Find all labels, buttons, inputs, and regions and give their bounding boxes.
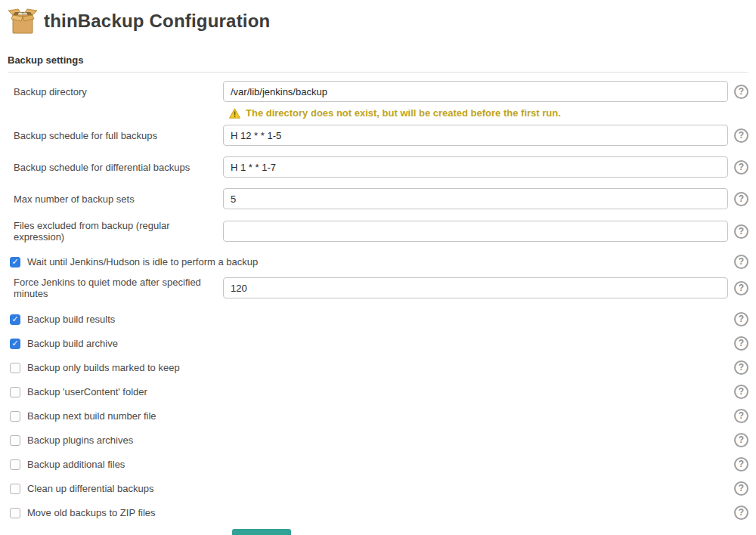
help-icon-option[interactable]	[734, 506, 748, 520]
wait-idle-checkbox[interactable]	[10, 257, 20, 268]
option-label: Backup build archive	[27, 338, 118, 349]
field-row-differential-schedule: Backup schedule for differential backups	[8, 156, 748, 178]
help-icon-differential-schedule[interactable]	[734, 160, 748, 175]
option-checkbox-4[interactable]	[10, 411, 20, 422]
directory-warning-text: The directory does not exist, but will b…	[246, 107, 561, 119]
files-excluded-label: Files excluded from backup (regular expr…	[8, 220, 223, 243]
help-icon-option[interactable]	[734, 409, 748, 423]
save-button[interactable]: SAVE	[232, 529, 291, 535]
section-title-backup-settings: Backup settings	[8, 54, 748, 66]
warning-triangle-icon	[229, 108, 240, 119]
help-icon-max-backup-sets[interactable]	[734, 192, 748, 206]
field-row-backup-directory: Backup directory	[8, 81, 748, 102]
wait-idle-label: Wait until Jenkins/Hudson is idle to per…	[27, 256, 258, 268]
check-row: Backup build archive	[8, 336, 748, 351]
directory-warning: The directory does not exist, but will b…	[229, 107, 748, 119]
page-header: thinBackup Configuration	[8, 8, 748, 35]
option-label: Backup plugins archives	[27, 434, 133, 446]
backup-directory-input[interactable]	[223, 81, 728, 102]
max-backup-sets-input[interactable]	[223, 188, 728, 209]
option-label: Clean up differential backups	[27, 483, 153, 494]
help-icon-files-excluded[interactable]	[734, 224, 748, 239]
package-box-icon	[8, 8, 38, 35]
option-checkbox-1[interactable]	[10, 339, 20, 349]
help-icon-option[interactable]	[734, 312, 748, 326]
option-label: Backup only builds marked to keep	[27, 362, 180, 373]
option-label: Backup additional files	[27, 459, 125, 470]
check-row-wait-idle: Wait until Jenkins/Hudson is idle to per…	[8, 255, 748, 269]
help-icon-wait-idle[interactable]	[734, 255, 748, 269]
check-row: Backup additional files	[8, 457, 748, 472]
check-row: Backup 'userContent' folder	[8, 385, 748, 399]
field-row-force-quiet-mode: Force Jenkins to quiet mode after specif…	[8, 277, 748, 299]
page-title: thinBackup Configuration	[44, 11, 270, 32]
files-excluded-input[interactable]	[223, 221, 728, 242]
backup-options-list: Backup build results Backup build archiv…	[8, 312, 748, 520]
help-icon-option[interactable]	[734, 360, 748, 375]
help-icon-force-quiet-mode[interactable]	[734, 281, 748, 295]
option-checkbox-2[interactable]	[10, 363, 20, 373]
check-row: Backup next build number file	[8, 409, 748, 423]
max-backup-sets-label: Max number of backup sets	[8, 193, 223, 205]
option-checkbox-0[interactable]	[10, 314, 20, 325]
option-label: Move old backups to ZIP files	[27, 507, 156, 518]
section-divider	[8, 72, 748, 73]
backup-directory-label: Backup directory	[8, 86, 223, 97]
field-row-max-backup-sets: Max number of backup sets	[8, 188, 748, 209]
help-icon-option[interactable]	[734, 433, 748, 447]
field-row-full-schedule: Backup schedule for full backups	[8, 125, 748, 146]
option-checkbox-5[interactable]	[10, 435, 20, 446]
check-row: Clean up differential backups	[8, 481, 748, 496]
force-quiet-mode-label: Force Jenkins to quiet mode after specif…	[8, 277, 223, 299]
help-icon-full-schedule[interactable]	[734, 128, 748, 143]
force-quiet-mode-input[interactable]	[223, 277, 728, 298]
option-label: Backup build results	[27, 314, 115, 325]
option-checkbox-6[interactable]	[10, 459, 20, 470]
field-row-files-excluded: Files excluded from backup (regular expr…	[8, 220, 748, 243]
help-icon-option[interactable]	[734, 336, 748, 351]
backup-settings-form: Backup directory The directory does not …	[8, 81, 748, 535]
check-row: Backup plugins archives	[8, 433, 748, 447]
help-icon-option[interactable]	[734, 481, 748, 496]
help-icon-backup-directory[interactable]	[734, 85, 748, 99]
check-row: Backup build results	[8, 312, 748, 326]
option-label: Backup 'userContent' folder	[27, 386, 147, 397]
help-icon-option[interactable]	[734, 385, 748, 399]
option-label: Backup next build number file	[27, 410, 156, 422]
option-checkbox-3[interactable]	[10, 387, 20, 397]
full-schedule-input[interactable]	[223, 125, 728, 146]
thinbackup-config-page: thinBackup Configuration Backup settings…	[0, 0, 756, 535]
check-row: Backup only builds marked to keep	[8, 360, 748, 375]
check-row: Move old backups to ZIP files	[8, 506, 748, 520]
differential-schedule-label: Backup schedule for differential backups	[8, 162, 223, 173]
full-schedule-label: Backup schedule for full backups	[8, 130, 223, 141]
option-checkbox-7[interactable]	[10, 484, 20, 494]
option-checkbox-8[interactable]	[10, 508, 20, 518]
help-icon-option[interactable]	[734, 457, 748, 472]
differential-schedule-input[interactable]	[223, 156, 728, 178]
